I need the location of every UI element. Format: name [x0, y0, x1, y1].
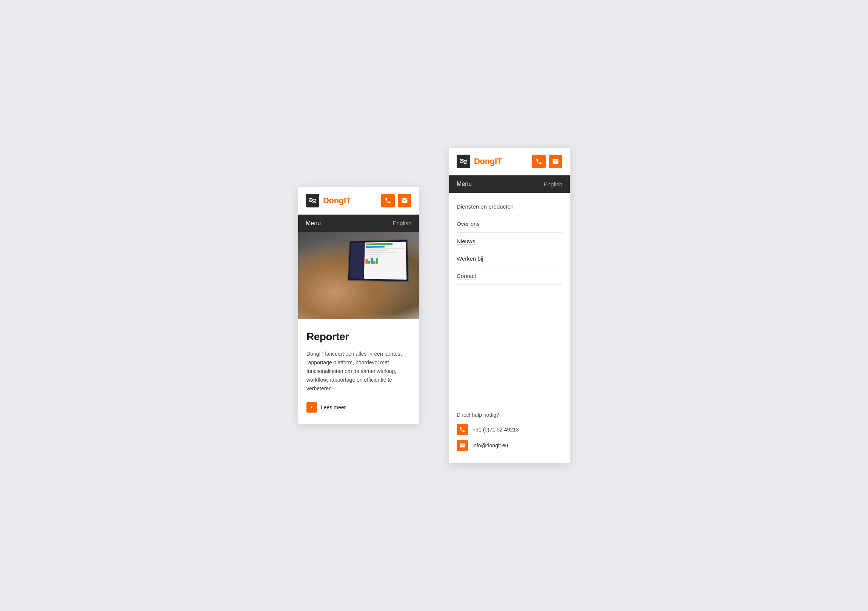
contact-email-item[interactable]: info@dongit.eu: [457, 440, 562, 451]
article-body: DongIT lanceert een alles-in-één pentest…: [307, 350, 411, 393]
contact-section: Direct hulp nodig? +31 (0)71 52 49213 in…: [449, 404, 570, 463]
right-menu-label[interactable]: Menu: [457, 181, 472, 187]
menu-panel: Diensten en producten Over ons Nieuws We…: [449, 193, 570, 404]
read-more-arrow-icon: [307, 402, 317, 413]
left-navbar: Menu English: [298, 215, 419, 232]
menu-item-over[interactable]: Over ons: [457, 215, 562, 233]
hero-bg: [298, 232, 419, 319]
contact-email-text: info@dongit.eu: [473, 442, 508, 449]
email-button[interactable]: [398, 194, 411, 207]
left-menu-label[interactable]: Menu: [306, 220, 321, 227]
menu-item-contact[interactable]: Contact: [457, 268, 562, 285]
menu-item-nieuws[interactable]: Nieuws: [457, 233, 562, 250]
left-content: Reporter DongIT lanceert een alles-in-éé…: [298, 319, 419, 424]
right-header-icons: [532, 155, 562, 168]
left-header: DongIT: [298, 187, 419, 215]
contact-phone-text: +31 (0)71 52 49213: [473, 427, 519, 433]
contact-phone-icon: [457, 424, 468, 435]
right-phone-button[interactable]: [532, 155, 546, 168]
menu-item-diensten[interactable]: Diensten en producten: [457, 203, 562, 215]
right-navbar: Menu English: [449, 175, 570, 193]
left-lang-label[interactable]: English: [393, 220, 411, 226]
right-logo[interactable]: DongIT: [457, 155, 502, 168]
right-phone-frame: DongIT Menu English Diensten en producte…: [449, 148, 570, 463]
right-email-button[interactable]: [549, 155, 562, 168]
right-header: DongIT: [449, 148, 570, 175]
logo-icon: [306, 194, 319, 207]
read-more-text: Lees meer: [321, 404, 346, 410]
contact-title: Direct hulp nodig?: [457, 412, 562, 418]
laptop-screen: [347, 239, 409, 282]
read-more-link[interactable]: Lees meer: [307, 402, 411, 413]
left-phone-frame: DongIT Menu English: [298, 187, 419, 424]
left-logo[interactable]: DongIT: [306, 194, 351, 207]
article-title: Reporter: [307, 331, 411, 343]
phone-button[interactable]: [381, 194, 395, 207]
menu-item-werken[interactable]: Werken bij: [457, 250, 562, 268]
right-logo-text: DongIT: [474, 156, 502, 166]
right-lang-label[interactable]: English: [544, 181, 562, 187]
contact-email-icon: [457, 440, 468, 451]
hero-image: [298, 232, 419, 319]
left-header-icons: [381, 194, 411, 207]
left-logo-text: DongIT: [323, 196, 351, 206]
contact-phone-item[interactable]: +31 (0)71 52 49213: [457, 424, 562, 435]
right-logo-icon: [457, 155, 470, 168]
